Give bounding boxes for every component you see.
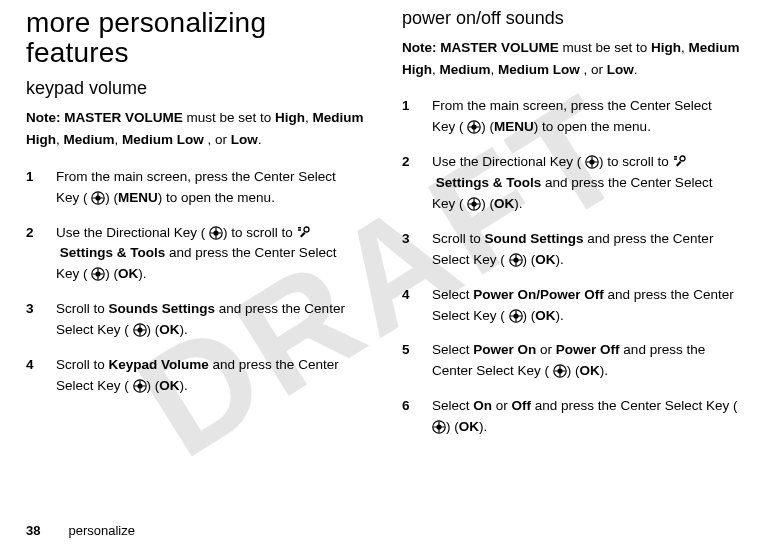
step-num: 6 [402, 396, 416, 438]
center-select-key-icon [467, 197, 481, 211]
ok-label: OK [535, 252, 555, 267]
txt: to scroll to [231, 225, 296, 240]
note-text: must be set to [563, 40, 652, 55]
note-text: must be set to [187, 110, 276, 125]
svg-rect-19 [674, 158, 677, 160]
page-number: 38 [26, 523, 40, 538]
right-steps: 1 From the main screen, press the Center… [402, 96, 742, 438]
list-item: 1 From the main screen, press the Center… [26, 167, 366, 209]
step-text: Use the Directional Key ( ) to scroll to… [432, 152, 742, 215]
center-select-key-icon [509, 309, 523, 323]
center-select-key-icon [91, 267, 105, 281]
note-v5: Low [231, 132, 258, 147]
settings-tools: Settings & Tools [436, 175, 542, 190]
txt: Select [432, 287, 473, 302]
step-num: 3 [402, 229, 416, 271]
step-text: Scroll to Sound Settings and press the C… [432, 229, 742, 271]
ok-label: OK [118, 266, 138, 281]
sounds-settings: Sounds Settings [109, 301, 216, 316]
ok-label: OK [159, 378, 179, 393]
directional-key-icon [585, 155, 599, 169]
power-off: Power Off [556, 342, 620, 357]
power-on: Power On [473, 342, 536, 357]
note-text: , or [584, 62, 607, 77]
sound-settings: Sound Settings [485, 231, 584, 246]
txt: ) [105, 190, 113, 205]
txt: ) [446, 419, 454, 434]
step-text: Select Power On/Power Off and press the … [432, 285, 742, 327]
step-num: 1 [26, 167, 40, 209]
note-v4: Medium Low [122, 132, 204, 147]
svg-point-17 [680, 156, 685, 161]
step-num: 1 [402, 96, 416, 138]
note-master-volume: MASTER VOLUME [64, 110, 183, 125]
list-item: 3 Scroll to Sounds Settings and press th… [26, 299, 366, 341]
menu-label: MENU [494, 119, 534, 134]
step-text: Scroll to Sounds Settings and press the … [56, 299, 366, 341]
list-item: 5 Select Power On or Power Off and press… [402, 340, 742, 382]
note-v3: Medium [64, 132, 115, 147]
note-v3: Medium [440, 62, 491, 77]
svg-rect-6 [298, 229, 301, 231]
right-note: Note: MASTER VOLUME must be set to High,… [402, 37, 742, 80]
keypad-volume: Keypad Volume [109, 357, 209, 372]
left-subheading: keypad volume [26, 78, 366, 99]
tools-icon [297, 225, 310, 238]
ok-label: OK [580, 363, 600, 378]
txt: ) [523, 252, 531, 267]
note-label: Note: [402, 40, 440, 55]
step-text: Scroll to Keypad Volume and press the Ce… [56, 355, 366, 397]
step-text: Select Power On or Power Off and press t… [432, 340, 742, 382]
txt: ) [481, 196, 489, 211]
center-select-key-icon [91, 191, 105, 205]
txt: to open the menu. [166, 190, 275, 205]
directional-key-icon [209, 226, 223, 240]
txt: ) [481, 119, 489, 134]
txt: Use the Directional Key ( [56, 225, 205, 240]
list-item: 6 Select On or Off and press the Center … [402, 396, 742, 438]
settings-tools: Settings & Tools [60, 245, 166, 260]
footer: 38personalize [26, 523, 135, 538]
note-v1: High [275, 110, 305, 125]
list-item: 4 Scroll to Keypad Volume and press the … [26, 355, 366, 397]
svg-point-4 [304, 227, 309, 232]
step-num: 2 [402, 152, 416, 215]
note-text: , or [208, 132, 231, 147]
step-num: 4 [402, 285, 416, 327]
ok-label: OK [535, 308, 555, 323]
right-heading: power on/off sounds [402, 8, 742, 29]
svg-rect-5 [298, 227, 301, 229]
svg-rect-18 [674, 156, 677, 158]
txt: ) [105, 266, 113, 281]
menu-label: MENU [118, 190, 158, 205]
txt: Select [432, 342, 473, 357]
list-item: 4 Select Power On/Power Off and press th… [402, 285, 742, 327]
ok-label: OK [494, 196, 514, 211]
list-item: 2 Use the Directional Key ( ) to scroll … [402, 152, 742, 215]
txt: or [540, 342, 556, 357]
txt: Select [432, 398, 473, 413]
txt: Use the Directional Key ( [432, 154, 581, 169]
note-label: Note: [26, 110, 64, 125]
left-note: Note: MASTER VOLUME must be set to High,… [26, 107, 366, 150]
step-text: Use the Directional Key ( ) to scroll to… [56, 223, 366, 286]
txt: ) [567, 363, 575, 378]
txt: ) [158, 190, 163, 205]
off: Off [512, 398, 532, 413]
txt: ) [147, 322, 155, 337]
left-steps: 1 From the main screen, press the Center… [26, 167, 366, 397]
center-select-key-icon [553, 364, 567, 378]
step-text: Select On or Off and press the Center Se… [432, 396, 742, 438]
center-select-key-icon [509, 253, 523, 267]
tools-icon [673, 154, 686, 167]
footer-section: personalize [68, 523, 135, 538]
ok-label: OK [459, 419, 479, 434]
list-item: 2 Use the Directional Key ( ) to scroll … [26, 223, 366, 286]
txt: or [496, 398, 512, 413]
left-heading: more personalizing features [26, 8, 366, 68]
txt: ) [534, 119, 539, 134]
center-select-key-icon [432, 420, 446, 434]
ok-label: OK [159, 322, 179, 337]
txt: Scroll to [56, 357, 109, 372]
note-v1: High [651, 40, 681, 55]
